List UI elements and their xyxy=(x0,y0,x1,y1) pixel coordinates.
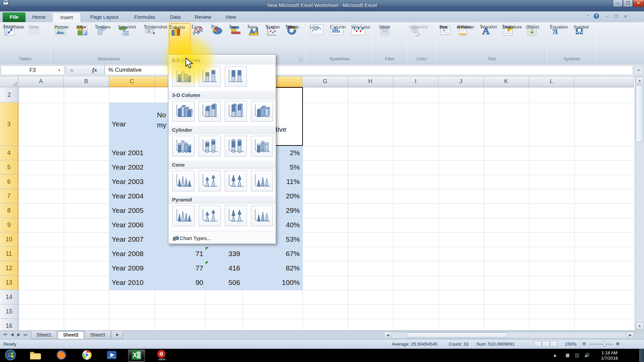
cylinder-stacked-option[interactable] xyxy=(199,136,221,157)
vertical-scrollbar[interactable]: ▲ ▼ xyxy=(635,76,644,330)
equation-button[interactable]: πEquation▾ xyxy=(550,23,572,56)
name-box-dropdown-icon[interactable]: ▼ xyxy=(58,69,61,72)
line-button[interactable]: Line xyxy=(310,23,329,56)
normal-view-button[interactable] xyxy=(534,341,541,347)
taskbar-start-orb[interactable] xyxy=(2,350,19,362)
insert-function-icon[interactable]: fx xyxy=(92,67,97,73)
ribbon-tab-formulas[interactable]: Formulas xyxy=(128,12,162,22)
zoom-out-icon[interactable]: ⊖ xyxy=(582,341,586,346)
ribbon-tab-page-layout[interactable]: Page Layout xyxy=(83,12,126,22)
cell-C4[interactable]: Year 2001 xyxy=(112,149,154,158)
row-header-8[interactable]: 8 xyxy=(0,203,18,218)
row-header-11[interactable]: 11 xyxy=(0,247,18,261)
sheet-tab-sheet2[interactable]: Sheet2 xyxy=(58,331,84,339)
row-header-4[interactable]: 4 xyxy=(0,146,18,160)
row-header-14[interactable]: 14 xyxy=(0,290,18,304)
smartart-button[interactable]: SmartArt xyxy=(118,23,144,56)
text-box-button[interactable]: ATextBox xyxy=(439,23,455,56)
minimize-button[interactable]: – xyxy=(613,0,623,7)
object-button[interactable]: Object xyxy=(526,23,544,56)
cylinder-clustered-option[interactable] xyxy=(172,136,195,157)
charts-dialog-launcher-icon[interactable]: ↘ xyxy=(300,57,304,61)
taskbar-wpm-icon[interactable]: WPM xyxy=(153,350,170,362)
pyramid-clustered-option[interactable] xyxy=(172,205,195,226)
tray-display-icon[interactable]: ◫ xyxy=(575,353,579,358)
column-header-K[interactable]: K xyxy=(484,76,529,87)
help-icon[interactable]: ? xyxy=(594,13,599,19)
tray-volume-icon[interactable]: 🔊 xyxy=(584,353,590,358)
cell-C12[interactable]: Year 2009 xyxy=(112,264,154,273)
row-header-13[interactable]: 13 xyxy=(0,276,18,290)
100-stacked-column-option[interactable] xyxy=(225,66,247,87)
picture-button[interactable]: Picture xyxy=(54,23,75,56)
collapse-ribbon-icon[interactable]: ⌃ xyxy=(584,13,592,19)
cell-C6[interactable]: Year 2003 xyxy=(112,178,154,186)
page-break-view-button[interactable] xyxy=(550,341,557,347)
cell-E11[interactable]: 339 xyxy=(205,250,240,258)
ribbon-tab-view[interactable]: View xyxy=(219,12,242,22)
zoom-slider[interactable] xyxy=(589,344,613,345)
row-header-15[interactable]: 15 xyxy=(0,304,18,319)
row-header-9[interactable]: 9 xyxy=(0,218,18,232)
cell-D12[interactable]: 77 xyxy=(155,264,203,273)
pivottable-button[interactable]: PivotTable▾ xyxy=(3,23,26,56)
column-header-C[interactable]: C xyxy=(109,76,155,87)
hyperlink-button[interactable]: Hyperlink xyxy=(409,23,433,56)
taskbar-clock[interactable]: 1:18 AM 1/7/2016 xyxy=(594,350,625,361)
wordart-button[interactable]: AWordArt▾ xyxy=(480,23,501,56)
column-header-A[interactable]: A xyxy=(18,76,64,87)
scroll-up-icon[interactable]: ▲ xyxy=(636,77,644,84)
sheet-nav-icon-2[interactable]: ▶ xyxy=(15,332,22,337)
3d-stacked-column-option[interactable] xyxy=(199,101,221,122)
column-header-G[interactable]: G xyxy=(303,76,348,87)
cell-D13[interactable]: 90 xyxy=(155,279,203,287)
tray-network-icon[interactable]: ▦ xyxy=(566,353,570,358)
slicer-button[interactable]: Slicer xyxy=(379,23,400,56)
sheet-nav-icon-1[interactable]: ◀ xyxy=(9,332,15,337)
ribbon-tab-file[interactable]: File xyxy=(3,12,25,22)
cone-3d-option[interactable] xyxy=(251,171,273,191)
signature-line-button[interactable]: SignatureLine▾ xyxy=(502,23,525,56)
cell-C13[interactable]: Year 2010 xyxy=(112,279,154,287)
cell-C11[interactable]: Year 2008 xyxy=(112,250,154,258)
cell-C10[interactable]: Year 2007 xyxy=(112,235,154,244)
select-all-corner[interactable] xyxy=(0,76,18,87)
scatter-button[interactable]: Scatter▾ xyxy=(266,23,284,56)
ribbon-tab-review[interactable]: Review xyxy=(189,12,217,22)
3d-100-stacked-column-option[interactable] xyxy=(225,101,247,122)
cell-D3-clipped-text[interactable]: No my xyxy=(157,110,168,130)
taskbar-excel-icon[interactable] xyxy=(128,350,145,362)
column-button[interactable]: Column xyxy=(330,23,350,56)
taskbar-firefox-icon[interactable] xyxy=(53,350,70,362)
clip-art-button[interactable]: ClipArt xyxy=(76,23,94,56)
vertical-scroll-thumb[interactable] xyxy=(636,85,643,142)
column-header-J[interactable]: J xyxy=(438,76,484,87)
header-footer-button[interactable]: Header& Footer xyxy=(457,23,479,56)
sheet-tab-sheet3[interactable]: Sheet3 xyxy=(85,331,111,339)
cone-clustered-option[interactable] xyxy=(172,171,195,191)
taskbar-explorer-icon[interactable] xyxy=(27,350,44,362)
table-button[interactable]: Table xyxy=(28,23,47,56)
row-header-2[interactable]: 2 xyxy=(0,87,18,103)
area-button[interactable]: Area▾ xyxy=(248,23,264,56)
cell-E13[interactable]: 506 xyxy=(205,279,240,287)
pyramid-3d-option[interactable] xyxy=(251,205,273,226)
cell-C7[interactable]: Year 2004 xyxy=(112,192,154,201)
cone-stacked-option[interactable] xyxy=(199,171,221,191)
cone-100-stacked-option[interactable] xyxy=(225,171,247,191)
3d-column-option[interactable] xyxy=(251,101,273,122)
minimize-icon[interactable]: ─ xyxy=(603,13,610,19)
row-header-7[interactable]: 7 xyxy=(0,189,18,203)
tray-show-hidden-icon[interactable]: ▲ xyxy=(553,353,557,358)
row-header-12[interactable]: 12 xyxy=(0,261,18,276)
cell-C8[interactable]: Year 2005 xyxy=(112,206,154,215)
column-header-I[interactable]: I xyxy=(393,76,438,87)
column-header-H[interactable]: H xyxy=(348,76,393,87)
zoom-in-icon[interactable]: ⊕ xyxy=(616,341,620,346)
cell-D11[interactable]: 71 xyxy=(155,250,203,258)
cell-F13[interactable]: 100% xyxy=(242,279,300,287)
close-icon[interactable]: ✕ xyxy=(622,13,629,19)
row-header-10[interactable]: 10 xyxy=(0,232,18,247)
bar-button[interactable]: Bar▾ xyxy=(229,23,246,56)
ribbon-tab-insert[interactable]: Insert xyxy=(52,12,81,22)
